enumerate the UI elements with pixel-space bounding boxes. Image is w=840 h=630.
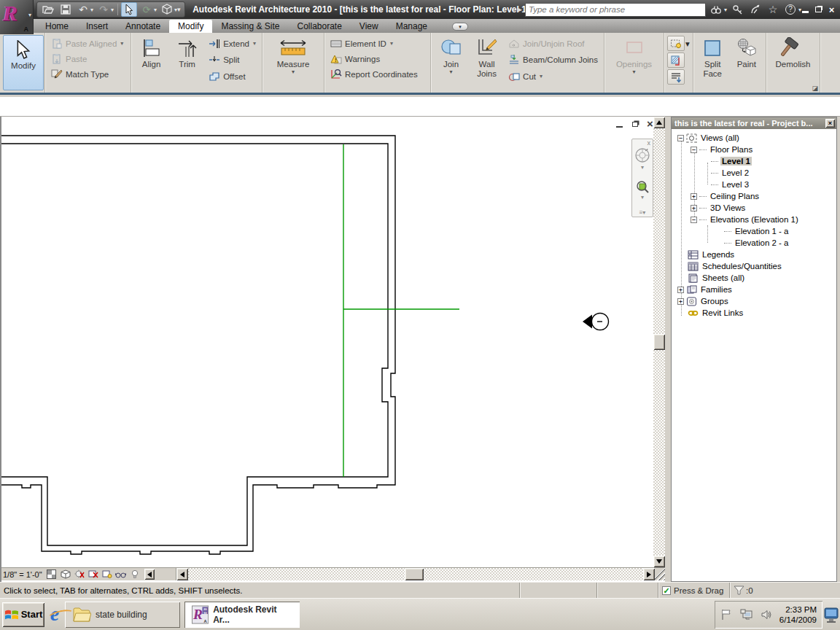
- drawing-area[interactable]: × x ▾ ▾ ≡▾ 1/8" = 1'-0": [0, 117, 665, 582]
- paint-button[interactable]: Paint: [730, 34, 764, 85]
- ribbon-minimize-toggle[interactable]: ▾: [452, 23, 468, 31]
- steering-wheel-icon[interactable]: [634, 147, 651, 164]
- paste-aligned-button[interactable]: Paste Aligned▾: [49, 36, 127, 51]
- tree-item-level-2[interactable]: Level 2: [672, 167, 836, 179]
- tab-modify[interactable]: Modify: [169, 20, 212, 33]
- default-3d-view-button[interactable]: [159, 2, 175, 17]
- collapse-expander-icon[interactable]: −: [691, 147, 697, 153]
- press-drag-checkbox[interactable]: ✓: [662, 586, 671, 595]
- undo-dropdown[interactable]: ▾: [90, 7, 93, 13]
- collapse-expander-icon[interactable]: −: [691, 217, 697, 223]
- split-face-button[interactable]: SplitFace: [696, 34, 730, 85]
- undo-button[interactable]: ↶: [75, 2, 91, 17]
- panel-splitter[interactable]: [665, 117, 671, 582]
- redo-button[interactable]: ↷: [96, 2, 112, 17]
- scroll-up-button[interactable]: [653, 117, 665, 128]
- taskbar-button-state-building[interactable]: state building: [65, 602, 180, 628]
- navbar-more-icon[interactable]: ≡▾: [639, 209, 646, 216]
- vertical-scrollbar[interactable]: [653, 117, 665, 567]
- expand-expander-icon[interactable]: +: [691, 205, 697, 211]
- tree-item-3d-views[interactable]: + 3D Views: [672, 202, 836, 214]
- tree-item-families[interactable]: + Families: [672, 284, 836, 295]
- subscription-center-button[interactable]: [731, 2, 745, 17]
- tab-insert[interactable]: Insert: [77, 20, 117, 33]
- floor-plan-drawing[interactable]: [1, 117, 655, 567]
- customize-qat-button[interactable]: ▾: [177, 6, 181, 13]
- zoom-tool-icon[interactable]: [635, 179, 650, 194]
- tree-item-elevations[interactable]: − Elevations (Elevation 1): [672, 214, 836, 225]
- horizontal-scrollbar[interactable]: [176, 568, 655, 580]
- viewbar-collapse-button[interactable]: [144, 569, 155, 580]
- tab-home[interactable]: Home: [36, 20, 77, 33]
- tab-massing-site[interactable]: Massing & Site: [212, 20, 288, 33]
- elevation-marker[interactable]: [583, 314, 609, 330]
- detail-level-control[interactable]: [46, 569, 58, 580]
- expand-expander-icon[interactable]: +: [677, 298, 684, 305]
- sync-button[interactable]: ⟳: [139, 2, 155, 17]
- start-button[interactable]: Start: [2, 602, 44, 627]
- tray-network-icon[interactable]: [740, 609, 753, 621]
- taskbar-button-revit[interactable]: R 20 10 A Autodesk Revit Ar...: [184, 602, 300, 628]
- tree-item-elevation-1a[interactable]: Elevation 1 - a: [672, 225, 836, 237]
- project-browser-close-button[interactable]: ×: [825, 119, 835, 128]
- scale-control[interactable]: 1/8" = 1'-0": [3, 570, 42, 579]
- application-menu-button[interactable]: R ▾ A: [0, 0, 34, 34]
- crop-region-visibility-control[interactable]: [101, 569, 113, 580]
- tree-item-schedules[interactable]: Schedules/Quantities: [672, 260, 836, 272]
- match-type-button[interactable]: Match Type: [49, 66, 127, 82]
- join-button[interactable]: Join ▾: [433, 34, 469, 85]
- measure-button[interactable]: Measure ▾: [274, 34, 312, 75]
- paste-button[interactable]: Paste: [49, 51, 127, 66]
- align-button[interactable]: Align: [133, 34, 169, 85]
- steering-wheel-dropdown[interactable]: ▾: [641, 164, 644, 171]
- offset-button[interactable]: Offset: [206, 69, 258, 84]
- collapse-expander-icon[interactable]: −: [677, 135, 684, 141]
- reveal-hidden-elements-control[interactable]: [115, 569, 127, 580]
- vertical-scrollbar-thumb[interactable]: [653, 334, 665, 350]
- cut-profile-button[interactable]: [667, 52, 685, 68]
- tab-view[interactable]: View: [351, 20, 387, 33]
- wall-joins-button[interactable]: WallJoins: [469, 34, 505, 85]
- tray-volume-icon[interactable]: [761, 609, 772, 621]
- panel-expander-icon[interactable]: ◪: [812, 85, 818, 92]
- horizontal-scrollbar-thumb[interactable]: [405, 568, 424, 580]
- expand-expander-icon[interactable]: +: [691, 193, 697, 200]
- tree-item-views[interactable]: − Views (all): [672, 132, 836, 144]
- tree-item-revit-links[interactable]: Revit Links: [672, 307, 836, 319]
- tree-item-groups[interactable]: + Groups: [672, 295, 836, 307]
- tree-item-elevation-2a[interactable]: Elevation 2 - a: [672, 237, 836, 249]
- tree-item-legends[interactable]: Legends: [672, 249, 836, 260]
- search-input[interactable]: [525, 3, 706, 17]
- search-dropdown[interactable]: ▾: [724, 7, 727, 13]
- show-desktop-icon[interactable]: [824, 604, 839, 626]
- tree-item-level-3[interactable]: Level 3: [672, 179, 836, 190]
- scroll-right-button[interactable]: [643, 568, 655, 580]
- infocenter-collapse-arrow[interactable]: ▶: [517, 6, 522, 13]
- search-button[interactable]: [709, 2, 723, 17]
- filter-funnel-icon[interactable]: [734, 586, 744, 596]
- override-graphics-button[interactable]: [667, 69, 685, 85]
- tab-manage[interactable]: Manage: [387, 20, 436, 33]
- close-button[interactable]: ×: [826, 4, 837, 15]
- split-button[interactable]: Split: [206, 52, 258, 68]
- tab-collaborate[interactable]: Collaborate: [288, 20, 350, 33]
- beam-column-joins-button[interactable]: Beam/Column Joins: [506, 52, 600, 68]
- linework-dropdown[interactable]: ▾: [685, 39, 690, 49]
- element-id-button[interactable]: Element ID▾: [328, 36, 427, 51]
- modify-button[interactable]: Modify: [3, 35, 44, 90]
- favorites-button[interactable]: ☆: [766, 2, 780, 17]
- scroll-down-button[interactable]: [653, 556, 665, 567]
- cut-button[interactable]: Cut▾: [506, 69, 600, 84]
- join-unjoin-roof-button[interactable]: Join/Unjoin Roof: [506, 36, 600, 51]
- crop-view-control[interactable]: [88, 569, 99, 580]
- internet-explorer-icon[interactable]: e: [50, 603, 59, 626]
- taskbar-clock[interactable]: 2:33 PM 6/14/2009: [779, 604, 817, 625]
- tree-item-ceiling-plans[interactable]: + Ceiling Plans: [672, 190, 836, 202]
- tray-flag-icon[interactable]: [720, 609, 733, 621]
- extend-button[interactable]: Extend▾: [206, 36, 258, 51]
- tree-item-level-1[interactable]: Level 1: [672, 155, 836, 167]
- demolish-button[interactable]: Demolish: [770, 34, 817, 69]
- restore-button[interactable]: [813, 4, 824, 15]
- modify-tool-button[interactable]: [121, 2, 137, 17]
- tab-annotate[interactable]: Annotate: [117, 20, 169, 33]
